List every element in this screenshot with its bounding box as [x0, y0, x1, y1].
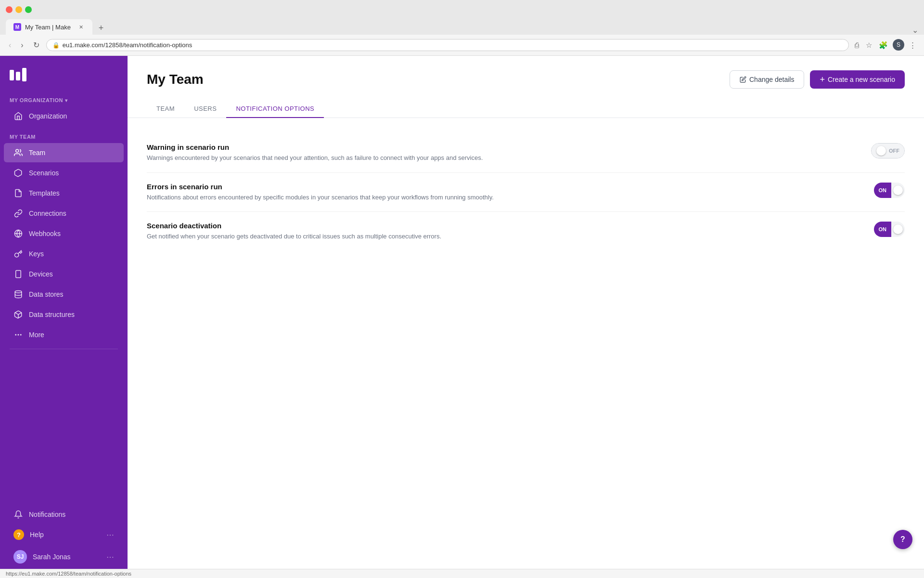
- toggle-on-label: ON: [874, 222, 892, 237]
- webhooks-icon: [13, 229, 23, 238]
- sidebar-item-help[interactable]: ? Help ⋯: [4, 525, 124, 545]
- notif-errors-desc: Notifications about errors encountered b…: [147, 193, 532, 202]
- sidebar-item-keys[interactable]: Keys: [4, 244, 124, 263]
- svg-rect-1: [16, 72, 20, 80]
- new-tab-button[interactable]: +: [94, 21, 108, 35]
- org-dropdown-arrow: ▾: [65, 98, 68, 103]
- svg-point-10: [18, 334, 19, 335]
- header-actions: Change details + Create a new scenario: [730, 70, 905, 89]
- svg-rect-0: [10, 70, 14, 80]
- forward-button[interactable]: ›: [18, 39, 26, 52]
- notif-deactivation-toggle[interactable]: ON: [874, 222, 905, 237]
- help-icon: ?: [13, 529, 24, 540]
- tab-users[interactable]: USERS: [184, 100, 226, 118]
- notif-deactivation-title: Scenario deactivation: [147, 222, 532, 230]
- sidebar-item-devices[interactable]: Devices: [4, 264, 124, 284]
- scenarios-icon: [13, 168, 23, 178]
- svg-rect-2: [22, 68, 26, 81]
- data-structures-icon: [13, 310, 23, 319]
- edit-icon: [740, 76, 746, 83]
- make-logo-icon: [10, 66, 29, 85]
- more-icon: [13, 330, 23, 340]
- main-content: My Team Change details + Create a new sc…: [128, 56, 924, 569]
- tab-title: My Team | Make: [25, 24, 71, 31]
- data-stores-icon: [13, 289, 23, 299]
- sidebar-item-templates[interactable]: Templates: [4, 184, 124, 203]
- toggle-ball: [876, 146, 886, 156]
- sidebar-item-organization[interactable]: Organization: [4, 106, 124, 126]
- sidebar: MY ORGANIZATION ▾ Organization MY TEAM T…: [0, 56, 128, 569]
- notif-warning-toggle[interactable]: OFF: [871, 143, 905, 158]
- svg-point-3: [16, 149, 19, 152]
- change-details-button[interactable]: Change details: [730, 70, 804, 89]
- help-bubble-button[interactable]: ?: [893, 530, 912, 549]
- traffic-light-close[interactable]: [6, 6, 13, 13]
- content-area: Warning in scenario run Warnings encount…: [128, 118, 924, 569]
- notification-item-errors: Errors in scenario run Notifications abo…: [147, 173, 905, 212]
- status-bar: https://eu1.make.com/12858/team/notifica…: [0, 569, 924, 578]
- keys-icon: [13, 249, 23, 259]
- address-bar[interactable]: 🔒 eu1.make.com/12858/team/notification-o…: [46, 39, 849, 51]
- notif-warning-desc: Warnings encountered by your scenarios t…: [147, 153, 532, 163]
- toggle-off-section: [891, 183, 905, 198]
- traffic-light-maximize[interactable]: [25, 6, 32, 13]
- toggle-off-section: [891, 222, 905, 237]
- share-button[interactable]: ⎙: [853, 39, 861, 52]
- notif-warning-title: Warning in scenario run: [147, 143, 532, 151]
- menu-button[interactable]: ⋮: [907, 39, 918, 52]
- notif-errors-toggle[interactable]: ON: [874, 183, 905, 198]
- notif-errors-text: Errors in scenario run Notifications abo…: [147, 183, 532, 202]
- sidebar-item-more[interactable]: More: [4, 325, 124, 344]
- tab-close-button[interactable]: ✕: [77, 23, 85, 31]
- sidebar-item-connections[interactable]: Connections: [4, 204, 124, 223]
- sidebar-item-data-structures[interactable]: Data structures: [4, 305, 124, 324]
- plus-icon: +: [820, 75, 825, 84]
- page-header: My Team Change details + Create a new sc…: [128, 56, 924, 118]
- back-button[interactable]: ‹: [6, 39, 14, 52]
- user-more-button[interactable]: ⋯: [106, 552, 114, 562]
- tab-notification-options[interactable]: NOTIFICATION OPTIONS: [226, 100, 324, 118]
- sidebar-item-notifications[interactable]: Notifications: [4, 505, 124, 524]
- sidebar-bottom: Notifications ? Help ⋯ SJ Sarah Jonas ⋯: [0, 504, 128, 569]
- org-section-label[interactable]: MY ORGANIZATION ▾: [0, 90, 128, 106]
- sidebar-item-data-stores[interactable]: Data stores: [4, 285, 124, 304]
- notif-errors-title: Errors in scenario run: [147, 183, 532, 191]
- notifications-icon: [13, 510, 23, 519]
- sidebar-item-webhooks[interactable]: Webhooks: [4, 224, 124, 243]
- help-more-button[interactable]: ⋯: [106, 530, 114, 539]
- toggle-deactivation[interactable]: ON: [874, 222, 905, 237]
- sidebar-item-scenarios[interactable]: Scenarios: [4, 163, 124, 183]
- templates-icon: [13, 188, 23, 198]
- extension-button[interactable]: 🧩: [877, 39, 890, 52]
- sidebar-item-team[interactable]: Team: [4, 143, 124, 162]
- team-icon: [13, 148, 23, 158]
- notif-warning-text: Warning in scenario run Warnings encount…: [147, 143, 532, 163]
- svg-point-8: [15, 291, 22, 293]
- sidebar-divider: [10, 349, 118, 349]
- team-section-label: MY TEAM: [0, 126, 128, 143]
- browser-tab[interactable]: M My Team | Make ✕: [6, 19, 92, 35]
- toggle-off-label: OFF: [872, 144, 904, 158]
- notification-item-warning: Warning in scenario run Warnings encount…: [147, 133, 905, 173]
- profile-button[interactable]: S: [893, 39, 904, 51]
- page-title: My Team: [147, 72, 204, 87]
- bookmark-button[interactable]: ☆: [864, 39, 874, 52]
- logo: [0, 56, 128, 90]
- reload-button[interactable]: ↻: [30, 39, 42, 52]
- traffic-light-minimize[interactable]: [15, 6, 22, 13]
- tab-list-button[interactable]: ⌄: [912, 26, 918, 35]
- tab-team[interactable]: TEAM: [147, 100, 184, 118]
- security-lock-icon: 🔒: [52, 42, 60, 49]
- toggle-warning[interactable]: OFF: [871, 143, 905, 158]
- connections-icon: [13, 209, 23, 218]
- url-display: eu1.make.com/12858/team/notification-opt…: [63, 41, 192, 49]
- devices-icon: [13, 269, 23, 279]
- notif-deactivation-desc: Get notified when your scenario gets dea…: [147, 232, 532, 241]
- sidebar-item-user[interactable]: SJ Sarah Jonas ⋯: [4, 545, 124, 568]
- create-scenario-button[interactable]: + Create a new scenario: [810, 70, 905, 89]
- notif-deactivation-text: Scenario deactivation Get notified when …: [147, 222, 532, 241]
- toggle-errors[interactable]: ON: [874, 183, 905, 198]
- svg-point-11: [21, 334, 22, 335]
- tab-favicon: M: [13, 23, 21, 31]
- notification-item-deactivation: Scenario deactivation Get notified when …: [147, 212, 905, 251]
